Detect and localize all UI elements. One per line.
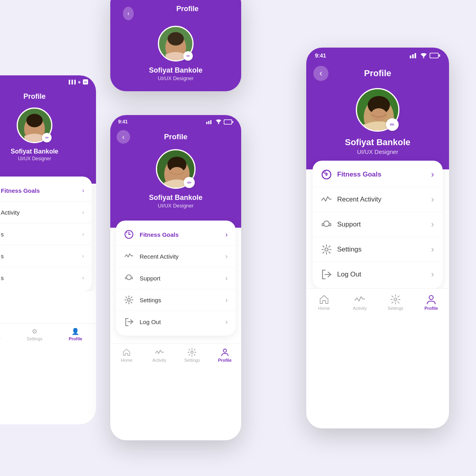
support-chevron-main: › [431, 219, 434, 230]
nav-activity-label-main: Activity [353, 306, 367, 311]
nav-activity-label-left: Activity [0, 336, 0, 341]
settings-chevron-left: › [82, 253, 84, 259]
avatar-edit-btn-left[interactable]: ✏ [42, 133, 52, 142]
nav-profile-icon-main [426, 294, 436, 305]
nav-profile-mid[interactable]: Profile [213, 348, 237, 363]
svg-point-44 [326, 174, 327, 176]
svg-rect-15 [232, 121, 234, 123]
fitness-label-mid: Fitness Goals [140, 231, 220, 238]
nav-settings-icon-mid [188, 348, 196, 357]
fitness-chevron-main: › [431, 169, 434, 180]
logout-icon-mid [124, 317, 134, 327]
nav-home-mid[interactable]: Home [115, 348, 138, 363]
menu-item-logout-left[interactable]: ↪ s › [0, 267, 92, 288]
avatar-edit-btn-top[interactable]: ✏ [183, 51, 193, 61]
menu-item-fitness-mid[interactable]: Fitness Goals › [116, 224, 236, 246]
svg-rect-16 [225, 120, 232, 124]
logout-icon-main [321, 269, 332, 280]
page-title-main: Profile [328, 68, 427, 79]
fitness-icon-main [321, 169, 332, 180]
nav-profile-icon-left: 👤 [71, 328, 79, 335]
bottom-nav-left: ∿ Activity ⚙ Settings 👤 Profile [0, 323, 96, 347]
battery-mid [224, 119, 233, 125]
svg-rect-30 [412, 54, 414, 58]
nav-settings-icon-left: ⚙ [32, 328, 37, 335]
fitness-icon-mid [124, 229, 134, 240]
back-button-main[interactable]: ‹ [313, 66, 328, 81]
phone-mid: 9:41 ‹ Profile [110, 115, 241, 440]
nav-profile-main[interactable]: Profile [419, 294, 443, 311]
activity-chevron-mid: › [225, 252, 228, 261]
support-label-main: Support [337, 221, 426, 228]
battery-left: ▪▪ [83, 79, 88, 84]
user-name-main: Sofiyat Bankole [345, 137, 410, 148]
logout-label-main: Log Out [337, 271, 426, 278]
menu-item-logout-mid[interactable]: Log Out › [116, 311, 236, 332]
svg-point-8 [26, 114, 42, 127]
nav-home-label-main: Home [318, 306, 330, 311]
nav-settings-main[interactable]: Settings [384, 294, 407, 311]
svg-rect-35 [430, 54, 438, 58]
settings-chevron-main: › [431, 244, 434, 255]
user-role-left: UI/UX Designer [18, 156, 51, 161]
nav-activity-icon-mid [155, 348, 164, 357]
support-label-mid: Support [140, 275, 220, 282]
menu-item-logout-main[interactable]: Log Out › [313, 262, 443, 287]
svg-point-3 [167, 32, 184, 46]
activity-chevron-left: › [82, 209, 84, 215]
menu-item-support-mid[interactable]: Support › [116, 267, 236, 289]
nav-profile-label-main: Profile [424, 306, 438, 311]
svg-point-24 [127, 275, 131, 280]
battery-main [430, 53, 440, 58]
page-title-left: Profile [0, 92, 78, 101]
menu-item-support-left[interactable]: 🎧 s › [0, 223, 92, 245]
menu-item-settings-left[interactable]: ⚙️ s › [0, 245, 92, 267]
nav-settings-label-mid: Settings [184, 358, 200, 363]
menu-item-fitness-left[interactable]: 🎯 Fitness Goals › [0, 180, 92, 202]
menu-item-settings-mid[interactable]: Settings › [116, 289, 236, 311]
nav-settings-left[interactable]: ⚙ Settings [23, 328, 46, 341]
svg-point-22 [170, 167, 184, 178]
back-button-top[interactable]: ‹ [123, 7, 134, 20]
menu-item-activity-main[interactable]: Recent Activity › [313, 187, 443, 212]
nav-profile-left[interactable]: 👤 Profile [63, 328, 87, 341]
user-role-main: UI/UX Designer [357, 148, 398, 155]
nav-activity-left[interactable]: ∿ Activity [0, 328, 6, 341]
svg-point-27 [191, 351, 193, 353]
nav-activity-main[interactable]: Activity [348, 294, 372, 311]
back-button-mid[interactable]: ‹ [117, 130, 130, 144]
bottom-nav-main: Home Activity Settings Profile [306, 288, 449, 319]
menu-item-support-main[interactable]: Support › [313, 212, 443, 237]
nav-activity-mid[interactable]: Activity [148, 348, 171, 363]
avatar-edit-btn-mid[interactable]: ✏ [184, 177, 195, 188]
settings-label-left: s [1, 253, 77, 259]
fitness-label-left: Fitness Goals [1, 187, 77, 194]
settings-label-mid: Settings [140, 297, 220, 303]
avatar-edit-btn-main[interactable]: ✏ [386, 118, 399, 131]
logout-chevron-mid: › [225, 318, 228, 326]
nav-home-label-mid: Home [121, 358, 132, 363]
menu-item-fitness-main[interactable]: Fitness Goals › [313, 162, 443, 187]
settings-icon-mid [124, 295, 134, 305]
nav-settings-mid[interactable]: Settings [180, 348, 204, 363]
svg-rect-10 [206, 122, 207, 124]
status-time-main: 9:41 [315, 52, 326, 59]
nav-home-icon-mid [122, 348, 131, 357]
phone-left: ▐▐▐ ◈ ▪▪ ‹ Profile [0, 75, 96, 424]
activity-label-left: Activity [1, 209, 77, 216]
svg-rect-11 [208, 121, 209, 124]
svg-point-49 [429, 296, 433, 299]
nav-home-main[interactable]: Home [312, 294, 336, 311]
user-name-top: Sofiyat Bankole [149, 66, 202, 75]
menu-item-activity-left[interactable]: 〜 Activity › [0, 202, 92, 223]
svg-point-48 [394, 298, 397, 301]
support-chevron-left: › [82, 231, 84, 237]
logout-chevron-left: › [82, 274, 84, 281]
svg-rect-29 [410, 56, 411, 58]
signal-left: ▐▐▐ [67, 80, 76, 84]
menu-item-activity-mid[interactable]: Recent Activity › [116, 246, 236, 267]
svg-rect-34 [439, 54, 440, 57]
user-name-left: Sofiyat Bankole [11, 148, 58, 155]
menu-item-settings-main[interactable]: Settings › [313, 237, 443, 262]
svg-point-28 [223, 349, 226, 352]
